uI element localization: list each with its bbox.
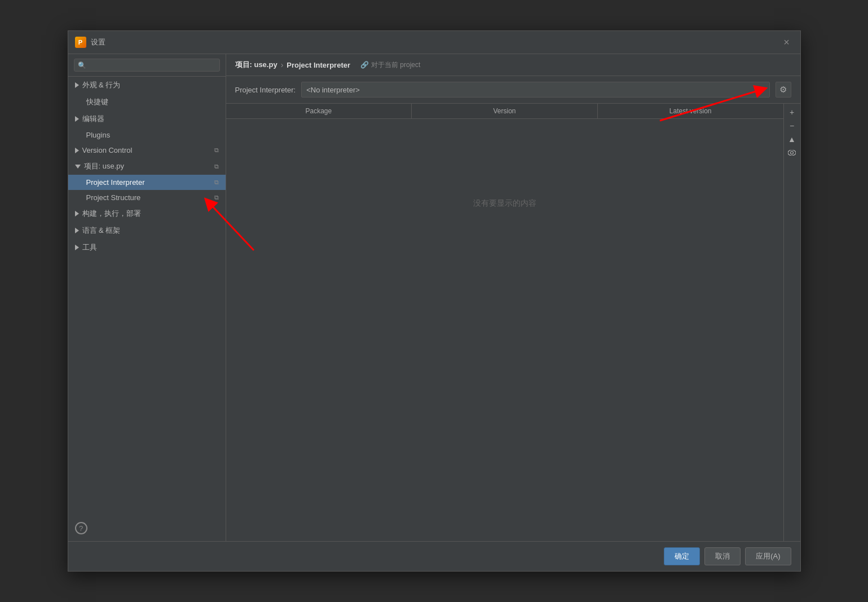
remove-button[interactable]: − (786, 119, 798, 132)
col-package: Package (226, 104, 412, 118)
ok-button[interactable]: 确定 (664, 547, 700, 565)
search-input[interactable] (89, 61, 216, 69)
up-button[interactable]: ▲ (786, 133, 798, 145)
copy-icon: ⧉ (214, 194, 219, 201)
sidebar-item-build[interactable]: 构建，执行，部署 (68, 205, 226, 222)
breadcrumb-project: 项目: use.py (235, 60, 277, 70)
gear-button[interactable]: ⚙ (776, 82, 791, 98)
collapse-icon (75, 245, 79, 250)
title-bar: P 设置 × (68, 31, 800, 54)
sidebar-item-vcs[interactable]: Version Control ⧉ (68, 143, 226, 158)
search-icon: 🔍 (78, 61, 86, 69)
eye-button[interactable] (786, 147, 798, 159)
empty-message: 没有要显示的内容 (226, 119, 783, 288)
eye-icon (788, 150, 796, 156)
sidebar-item-label: Project Interpreter (86, 178, 145, 187)
sidebar-item-label: 项目: use.py (84, 161, 125, 171)
link-icon: 🔗 (360, 61, 369, 69)
sidebar-item-languages[interactable]: 语言 & 框架 (68, 222, 226, 239)
breadcrumb: 项目: use.py › Project Interpreter 🔗 对于当前 … (226, 54, 800, 76)
collapse-icon (75, 116, 79, 122)
sidebar-item-label: Project Structure (86, 193, 141, 202)
sidebar-item-label: Version Control (82, 146, 133, 154)
dialog-title: 设置 (91, 37, 105, 47)
sidebar-item-label: 构建，执行，部署 (82, 209, 141, 219)
copy-icon: ⧉ (214, 163, 219, 170)
svg-point-0 (788, 150, 796, 156)
collapse-icon (75, 228, 79, 233)
table-header: Package Version Latest version (226, 104, 783, 119)
table-container: Package Version Latest version 没有要显示的内容 (226, 104, 783, 541)
breadcrumb-separator: › (281, 60, 284, 69)
main-content: 项目: use.py › Project Interpreter 🔗 对于当前 … (226, 54, 800, 541)
sidebar-item-project[interactable]: 项目: use.py ⧉ (68, 158, 226, 175)
breadcrumb-current: Project Interpreter (287, 61, 350, 69)
collapse-icon (75, 211, 79, 216)
interpreter-label: Project Interpreter: (235, 86, 296, 94)
sidebar-item-appearance[interactable]: 外观 & 行为 (68, 77, 226, 94)
sidebar-item-project-structure[interactable]: Project Structure ⧉ (68, 190, 226, 205)
expand-icon (75, 165, 81, 169)
sidebar-item-label: 外观 & 行为 (82, 80, 121, 90)
sidebar-item-label: 快捷键 (86, 97, 108, 107)
cancel-button[interactable]: 取消 (704, 547, 741, 565)
sidebar-item-label: 语言 & 框架 (82, 225, 121, 236)
search-bar: 🔍 (68, 54, 226, 77)
sidebar-item-project-interpreter[interactable]: Project Interpreter ⧉ (68, 175, 226, 190)
sidebar-item-keymap[interactable]: 快捷键 (68, 94, 226, 110)
action-bar: + − ▲ (783, 104, 800, 541)
col-version: Version (412, 104, 598, 118)
interpreter-row: Project Interpreter: <No interpreter> ▼ … (226, 76, 800, 104)
table-area: Package Version Latest version 没有要显示的内容 … (226, 104, 800, 541)
link-label: 对于当前 project (371, 60, 420, 70)
app-icon: P (75, 37, 86, 48)
sidebar-item-label: 工具 (82, 242, 97, 253)
sidebar-item-label: Plugins (86, 131, 111, 139)
project-link[interactable]: 🔗 对于当前 project (360, 60, 420, 70)
sidebar-item-label: 编辑器 (82, 114, 104, 124)
close-button[interactable]: × (780, 36, 794, 49)
collapse-icon (75, 148, 79, 153)
col-latest: Latest version (598, 104, 783, 118)
apply-button[interactable]: 应用(A) (745, 547, 791, 565)
interpreter-select[interactable]: <No interpreter> (301, 82, 769, 98)
copy-icon: ⧉ (214, 179, 219, 186)
add-button[interactable]: + (786, 106, 798, 118)
interpreter-select-wrap: <No interpreter> ▼ (301, 82, 769, 98)
sidebar-item-editor[interactable]: 编辑器 (68, 110, 226, 127)
help-button[interactable]: ? (75, 522, 87, 534)
sidebar-item-plugins[interactable]: Plugins (68, 127, 226, 143)
copy-icon: ⧉ (214, 147, 219, 154)
sidebar-item-tools[interactable]: 工具 (68, 239, 226, 256)
collapse-icon (75, 82, 79, 88)
sidebar: 🔍 外观 & 行为 快捷键 编辑器 Plugins (68, 54, 226, 541)
svg-point-1 (791, 152, 794, 154)
bottom-bar: 确定 取消 应用(A) (68, 541, 800, 571)
